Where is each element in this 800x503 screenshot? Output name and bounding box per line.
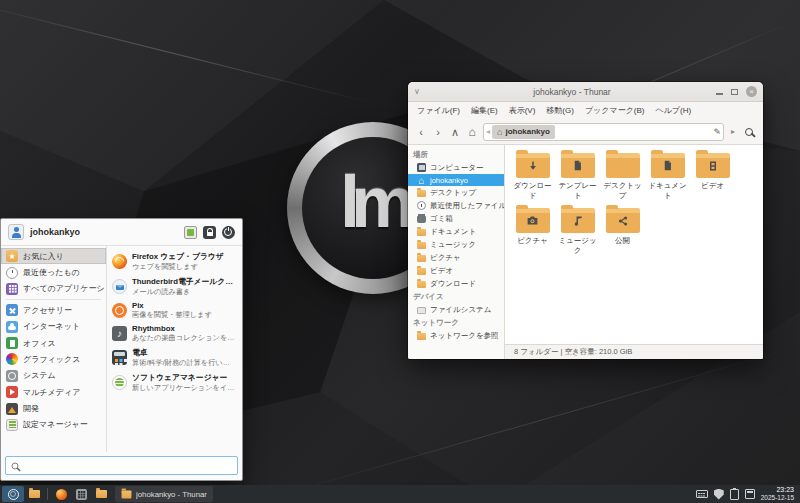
folder-videos[interactable]: ビデオ bbox=[690, 153, 735, 201]
category-multimedia[interactable]: マルチメディア bbox=[1, 384, 106, 400]
home-button[interactable]: ⌂ bbox=[466, 126, 478, 138]
thunderbird-icon bbox=[112, 279, 127, 294]
menu-help[interactable]: ヘルプ(H) bbox=[655, 105, 691, 116]
app-firefox[interactable]: Firefox ウェブ・ブラウザ ウェブを閲覧します bbox=[110, 249, 239, 274]
sidebar-item-browse-network[interactable]: ネットワークを参照 bbox=[408, 329, 504, 342]
category-label: インターネット bbox=[23, 321, 80, 332]
path-scroll-right-icon[interactable]: ▸ bbox=[729, 127, 737, 136]
folder-icon bbox=[651, 153, 685, 178]
edit-path-icon[interactable]: ✎ bbox=[713, 127, 721, 137]
power-icon[interactable] bbox=[222, 226, 235, 239]
menu-edit[interactable]: 編集(E) bbox=[471, 105, 498, 116]
minimize-button[interactable] bbox=[716, 93, 723, 95]
document-emblem-icon bbox=[651, 153, 685, 178]
trash-icon bbox=[417, 216, 426, 223]
folder-pictures[interactable]: ピクチャ bbox=[510, 208, 555, 256]
sidebar-item-pictures[interactable]: ピクチャ bbox=[408, 251, 504, 264]
folder-icon bbox=[516, 153, 550, 178]
menu-bookmarks[interactable]: ブックマーク(B) bbox=[585, 105, 645, 116]
sidebar-item-videos[interactable]: ビデオ bbox=[408, 264, 504, 277]
mint-logo-text: lm bbox=[340, 161, 406, 243]
sidebar-item-documents[interactable]: ドキュメント bbox=[408, 225, 504, 238]
maximize-button[interactable] bbox=[731, 89, 738, 95]
up-button[interactable]: ∧ bbox=[449, 126, 461, 138]
category-development[interactable]: 開発 bbox=[1, 400, 106, 416]
session-settings-icon[interactable] bbox=[184, 226, 197, 239]
menu-search-box[interactable] bbox=[5, 456, 238, 475]
sidebar-item-computer[interactable]: コンピューター bbox=[408, 161, 504, 174]
app-rhythmbox[interactable]: Rhythmbox あなたの楽曲コレクションを再生… bbox=[110, 322, 239, 345]
folder-downloads[interactable]: ダウンロード bbox=[510, 153, 555, 201]
category-system[interactable]: システム bbox=[1, 368, 106, 384]
music-emblem-icon bbox=[561, 208, 595, 233]
sidebar-item-label: johokankyo bbox=[430, 176, 468, 185]
folder-label: ミュージック bbox=[555, 236, 600, 256]
folder-documents[interactable]: ドキュメント bbox=[645, 153, 690, 201]
sidebar-item-music[interactable]: ミュージック bbox=[408, 238, 504, 251]
window-menu-icon[interactable]: ∨ bbox=[414, 87, 428, 96]
category-label: マルチメディア bbox=[23, 387, 80, 398]
category-graphics[interactable]: グラフィックス bbox=[1, 351, 106, 367]
folder-music[interactable]: ミュージック bbox=[555, 208, 600, 256]
app-pix[interactable]: Pix 画像を閲覧・整理します bbox=[110, 299, 239, 322]
user-avatar[interactable] bbox=[8, 224, 24, 240]
category-favorites[interactable]: ★ お気に入り bbox=[1, 248, 106, 264]
app-name: Thunderbird電子メールクライア… bbox=[132, 276, 237, 287]
category-internet[interactable]: インターネット bbox=[1, 319, 106, 335]
forward-button[interactable]: › bbox=[432, 126, 444, 138]
app-calculator[interactable]: 電卓 算術/科学/財務の計算を行います bbox=[110, 345, 239, 370]
sidebar-item-home[interactable]: johokankyo bbox=[408, 174, 504, 186]
window-icon[interactable] bbox=[745, 489, 755, 499]
files-button[interactable] bbox=[24, 486, 44, 502]
app-description: メールの読み書き bbox=[132, 287, 237, 297]
app-name: Rhythmbox bbox=[132, 324, 237, 333]
app-list: Firefox ウェブ・ブラウザ ウェブを閲覧します Thunderbird電子… bbox=[107, 246, 242, 452]
folder-desktop[interactable]: デスクトップ bbox=[600, 153, 645, 201]
sidebar-item-recent[interactable]: 最近使用したファイル bbox=[408, 199, 504, 212]
mint-menu-button[interactable] bbox=[2, 486, 24, 502]
keyboard-icon[interactable] bbox=[696, 490, 708, 498]
sidebar-item-label: ビデオ bbox=[430, 266, 453, 276]
path-current-button[interactable]: ⌂ johokankyo bbox=[492, 125, 555, 139]
search-icon[interactable] bbox=[745, 128, 753, 136]
folder-public[interactable]: 公開 bbox=[600, 208, 645, 256]
search-icon bbox=[12, 462, 19, 469]
app-software-manager[interactable]: ソフトウェアマネージャー 新しいアプリケーションをインスト… bbox=[110, 370, 239, 395]
back-button[interactable]: ‹ bbox=[415, 126, 427, 138]
sidebar-item-trash[interactable]: ゴミ箱 bbox=[408, 212, 504, 225]
folder-templates[interactable]: テンプレート bbox=[555, 153, 600, 201]
search-input[interactable] bbox=[23, 461, 232, 470]
app-description: あなたの楽曲コレクションを再生… bbox=[132, 333, 237, 343]
folder-label: ビデオ bbox=[690, 181, 735, 191]
thunar-sidebar: 場所 コンピューター johokankyo デスクトップ 最近使用したファイル bbox=[408, 145, 505, 359]
category-settings-manager[interactable]: 設定マネージャー bbox=[1, 417, 106, 433]
path-bar[interactable]: ◂ ⌂ johokankyo ✎ bbox=[483, 123, 724, 141]
menu-go[interactable]: 移動(G) bbox=[546, 105, 574, 116]
file-view[interactable]: ダウンロード テンプレート デスクトップ bbox=[505, 145, 763, 344]
file-manager-launcher[interactable] bbox=[91, 486, 111, 502]
menu-file[interactable]: ファイル(F) bbox=[417, 105, 460, 116]
sidebar-item-filesystem[interactable]: ファイルシステム bbox=[408, 303, 504, 316]
sidebar-item-label: ゴミ箱 bbox=[430, 214, 453, 224]
category-office[interactable]: オフィス bbox=[1, 335, 106, 351]
close-button[interactable]: × bbox=[746, 86, 757, 97]
category-accessories[interactable]: アクセサリー bbox=[1, 302, 106, 318]
category-all-applications[interactable]: すべてのアプリケーション bbox=[1, 281, 106, 297]
category-recent[interactable]: 最近使ったもの bbox=[1, 264, 106, 280]
lock-screen-icon[interactable] bbox=[203, 226, 216, 239]
menu-view[interactable]: 表示(V) bbox=[509, 105, 536, 116]
path-scroll-left-icon[interactable]: ◂ bbox=[486, 127, 490, 136]
shield-icon[interactable] bbox=[714, 489, 724, 500]
app-thunderbird[interactable]: Thunderbird電子メールクライア… メールの読み書き bbox=[110, 274, 239, 299]
clipboard-icon[interactable] bbox=[730, 489, 739, 500]
clock[interactable]: 23:23 2025-12-15 bbox=[761, 486, 794, 502]
folder-icon bbox=[606, 153, 640, 178]
titlebar[interactable]: ∨ johokankyo - Thunar × bbox=[408, 82, 763, 102]
sidebar-item-desktop[interactable]: デスクトップ bbox=[408, 186, 504, 199]
task-button-thunar[interactable]: johokankyo - Thunar bbox=[115, 486, 213, 502]
sidebar-item-downloads[interactable]: ダウンロード bbox=[408, 277, 504, 290]
category-label: すべてのアプリケーション bbox=[23, 283, 106, 294]
firefox-launcher[interactable] bbox=[51, 486, 71, 502]
play-icon bbox=[6, 386, 18, 398]
app-finder-launcher[interactable] bbox=[71, 486, 91, 502]
